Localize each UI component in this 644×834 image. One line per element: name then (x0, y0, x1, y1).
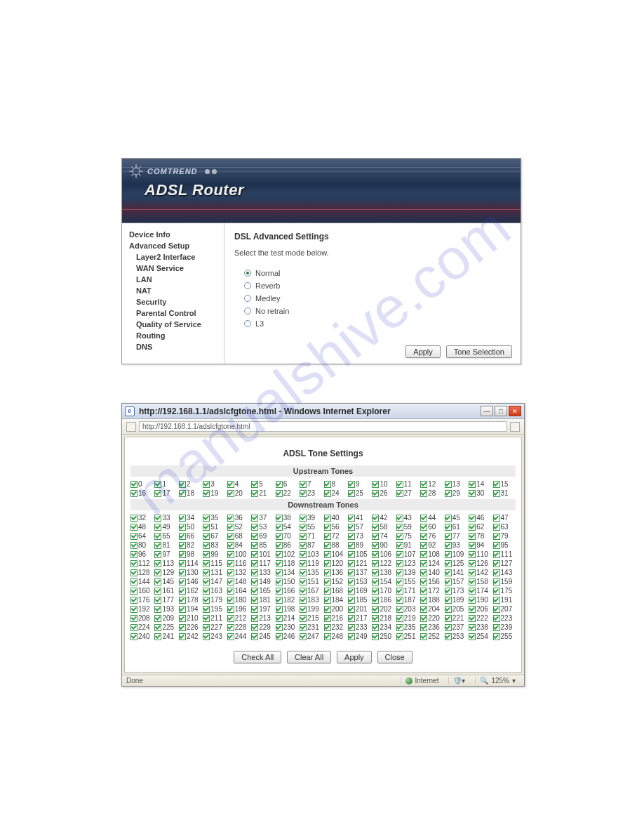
checkbox-icon[interactable] (276, 597, 283, 604)
checkbox-icon[interactable] (276, 588, 283, 595)
checkbox-icon[interactable] (227, 588, 234, 595)
checkbox-icon[interactable] (154, 560, 161, 567)
checkbox-icon[interactable] (203, 542, 210, 549)
tone-checkbox-12[interactable]: 12 (420, 479, 443, 489)
checkbox-icon[interactable] (251, 624, 258, 631)
tone-checkbox-246[interactable]: 246 (276, 632, 298, 641)
tone-checkbox-49[interactable]: 49 (154, 522, 177, 531)
tone-checkbox-16[interactable]: 16 (130, 489, 153, 498)
tone-checkbox-229[interactable]: 229 (251, 623, 274, 632)
tone-checkbox-61[interactable]: 61 (445, 522, 467, 531)
checkbox-icon[interactable] (396, 588, 403, 595)
tone-checkbox-86[interactable]: 86 (276, 541, 298, 550)
tone-checkbox-113[interactable]: 113 (154, 559, 177, 568)
checkbox-icon[interactable] (493, 578, 500, 585)
tone-checkbox-165[interactable]: 165 (251, 586, 274, 595)
checkbox-icon[interactable] (348, 597, 355, 604)
checkbox-icon[interactable] (493, 606, 500, 613)
tone-checkbox-75[interactable]: 75 (396, 531, 419, 541)
tone-checkbox-51[interactable]: 51 (203, 522, 225, 531)
sidebar-item-nat[interactable]: NAT (129, 285, 220, 296)
checkbox-icon[interactable] (372, 560, 379, 567)
checkbox-icon[interactable] (203, 633, 210, 640)
tone-checkbox-137[interactable]: 137 (348, 568, 370, 577)
tone-checkbox-8[interactable]: 8 (324, 479, 347, 489)
checkbox-icon[interactable] (324, 551, 331, 558)
checkbox-icon[interactable] (300, 490, 307, 497)
checkbox-icon[interactable] (348, 551, 355, 558)
checkbox-icon[interactable] (251, 569, 258, 576)
tone-checkbox-41[interactable]: 41 (348, 513, 370, 522)
tone-checkbox-131[interactable]: 131 (203, 568, 225, 577)
tone-checkbox-213[interactable]: 213 (251, 614, 274, 623)
checkbox-icon[interactable] (251, 490, 258, 497)
tone-checkbox-170[interactable]: 170 (372, 586, 394, 595)
checkbox-icon[interactable] (130, 588, 137, 595)
tone-checkbox-154[interactable]: 154 (372, 577, 394, 586)
tone-checkbox-57[interactable]: 57 (348, 522, 370, 531)
tone-checkbox-125[interactable]: 125 (445, 559, 467, 568)
checkbox-icon[interactable] (300, 578, 307, 585)
tone-checkbox-252[interactable]: 252 (420, 632, 443, 641)
checkbox-icon[interactable] (396, 542, 403, 549)
checkbox-icon[interactable] (372, 597, 379, 604)
checkbox-icon[interactable] (300, 624, 307, 631)
tone-checkbox-74[interactable]: 74 (372, 531, 394, 541)
checkbox-icon[interactable] (130, 606, 137, 613)
checkbox-icon[interactable] (493, 515, 500, 522)
checkbox-icon[interactable] (130, 551, 137, 558)
tone-checkbox-155[interactable]: 155 (396, 577, 419, 586)
tone-checkbox-143[interactable]: 143 (493, 568, 516, 577)
tone-checkbox-182[interactable]: 182 (276, 595, 298, 604)
sidebar-item-security[interactable]: Security (129, 296, 220, 307)
tone-checkbox-149[interactable]: 149 (251, 577, 274, 586)
tone-checkbox-45[interactable]: 45 (445, 513, 467, 522)
tone-checkbox-33[interactable]: 33 (154, 513, 177, 522)
tone-checkbox-207[interactable]: 207 (493, 604, 516, 614)
sidebar-item-quality-of-service[interactable]: Quality of Service (129, 319, 220, 330)
tone-checkbox-150[interactable]: 150 (276, 577, 298, 586)
tone-checkbox-94[interactable]: 94 (469, 541, 491, 550)
checkbox-icon[interactable] (179, 542, 186, 549)
tone-checkbox-1[interactable]: 1 (154, 479, 177, 489)
checkbox-icon[interactable] (251, 481, 258, 488)
tone-checkbox-19[interactable]: 19 (203, 489, 225, 498)
tone-checkbox-218[interactable]: 218 (372, 614, 394, 623)
checkbox-icon[interactable] (130, 624, 137, 631)
tone-checkbox-145[interactable]: 145 (154, 577, 177, 586)
checkbox-icon[interactable] (348, 578, 355, 585)
checkbox-icon[interactable] (493, 569, 500, 576)
checkbox-icon[interactable] (348, 624, 355, 631)
tone-checkbox-48[interactable]: 48 (130, 522, 153, 531)
tone-checkbox-20[interactable]: 20 (227, 489, 250, 498)
tone-checkbox-164[interactable]: 164 (227, 586, 250, 595)
checkbox-icon[interactable] (420, 588, 427, 595)
tone-checkbox-160[interactable]: 160 (130, 586, 153, 595)
tone-checkbox-93[interactable]: 93 (445, 541, 467, 550)
tone-checkbox-13[interactable]: 13 (445, 479, 467, 489)
checkbox-icon[interactable] (445, 481, 452, 488)
tone-checkbox-242[interactable]: 242 (179, 632, 201, 641)
checkbox-icon[interactable] (396, 490, 403, 497)
checkbox-icon[interactable] (179, 615, 186, 622)
checkbox-icon[interactable] (493, 624, 500, 631)
tone-checkbox-89[interactable]: 89 (348, 541, 370, 550)
tone-checkbox-185[interactable]: 185 (348, 595, 370, 604)
tone-checkbox-37[interactable]: 37 (251, 513, 274, 522)
checkbox-icon[interactable] (420, 490, 427, 497)
tone-checkbox-116[interactable]: 116 (227, 559, 250, 568)
checkbox-icon[interactable] (445, 588, 452, 595)
tone-checkbox-255[interactable]: 255 (493, 632, 516, 641)
tone-checkbox-73[interactable]: 73 (348, 531, 370, 541)
tone-checkbox-60[interactable]: 60 (420, 522, 443, 531)
tone-checkbox-99[interactable]: 99 (203, 550, 225, 559)
checkbox-icon[interactable] (469, 624, 476, 631)
tone-checkbox-239[interactable]: 239 (493, 623, 516, 632)
tone-checkbox-183[interactable]: 183 (300, 595, 322, 604)
tone-checkbox-117[interactable]: 117 (251, 559, 274, 568)
checkbox-icon[interactable] (154, 578, 161, 585)
checkbox-icon[interactable] (300, 560, 307, 567)
checkbox-icon[interactable] (179, 533, 186, 540)
tone-apply-button[interactable]: Apply (337, 651, 372, 663)
checkbox-icon[interactable] (276, 490, 283, 497)
